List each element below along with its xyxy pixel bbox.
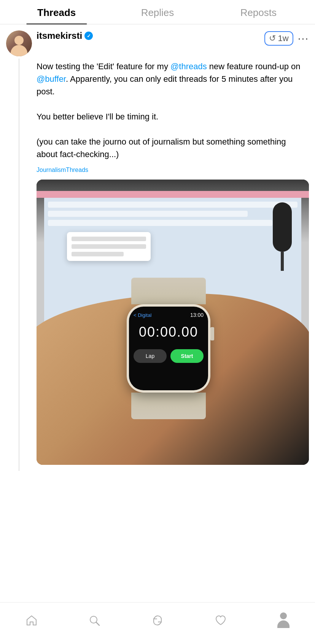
timestamp: 1w: [278, 33, 289, 43]
search-icon: [88, 614, 100, 627]
nav-favorites[interactable]: [205, 609, 236, 632]
nav-activity[interactable]: [142, 609, 173, 632]
person-icon: [277, 612, 290, 628]
post-body-row: Now testing the 'Edit' feature for my @t…: [6, 59, 309, 471]
hashtag[interactable]: JournalismThreads: [37, 167, 88, 173]
tab-replies[interactable]: Replies: [107, 0, 208, 24]
watch-start-button[interactable]: Start: [170, 349, 204, 363]
mention-threads[interactable]: @threads: [170, 62, 207, 71]
watch-current-time: 13:00: [190, 312, 204, 318]
watch-crown: [210, 327, 214, 340]
watch-scene: < Digital 13:00 00:00.00 Lap Start: [37, 180, 309, 465]
monitor-row-2: [48, 211, 248, 217]
tabs-bar: Threads Replies Reposts: [0, 0, 315, 24]
watch-back-button[interactable]: < Digital: [134, 312, 151, 318]
post-content: Now testing the 'Edit' feature for my @t…: [37, 59, 309, 471]
nav-home[interactable]: [16, 609, 47, 632]
post-header: itsmekirsti ↺ 1w ···: [6, 30, 309, 56]
post-text: Now testing the 'Edit' feature for my @t…: [37, 60, 309, 161]
post-image: < Digital 13:00 00:00.00 Lap Start: [37, 180, 309, 465]
apple-watch: < Digital 13:00 00:00.00 Lap Start: [127, 278, 210, 419]
verified-icon: [84, 32, 93, 40]
avatar[interactable]: [6, 30, 32, 56]
nav-search[interactable]: [79, 609, 110, 632]
popup-row-3: [72, 252, 124, 256]
watch-timer-value: 00:00.00: [134, 324, 204, 340]
activity-icon: [151, 614, 164, 627]
watch-timer-display: 00:00.00: [134, 320, 204, 346]
mention-buffer[interactable]: @buffer: [37, 74, 66, 84]
watch-screen: < Digital 13:00 00:00.00 Lap Start: [129, 307, 208, 390]
watch-top-bar: < Digital 13:00: [134, 312, 204, 318]
username[interactable]: itsmekirsti: [37, 30, 82, 41]
watch-band-bottom: [131, 393, 206, 419]
post-meta: itsmekirsti: [37, 30, 260, 41]
svg-line-1: [96, 622, 99, 625]
popup-row-2: [72, 244, 146, 249]
watch-body: < Digital 13:00 00:00.00 Lap Start: [127, 304, 210, 393]
mic-stand: [281, 252, 284, 271]
watch-lap-button[interactable]: Lap: [134, 349, 167, 363]
nav-profile[interactable]: [268, 609, 299, 632]
popup-row-1: [72, 237, 146, 241]
watch-buttons-row: Lap Start: [134, 349, 204, 363]
more-options-button[interactable]: ···: [298, 32, 309, 45]
mic-body: [273, 202, 292, 252]
timestamp-box[interactable]: ↺ 1w: [264, 31, 293, 46]
tab-reposts[interactable]: Reposts: [208, 0, 309, 24]
post-right: ↺ 1w ···: [264, 31, 309, 46]
heart-icon: [215, 614, 227, 627]
monitor-row-3: [48, 220, 272, 226]
monitor-row-1: [48, 202, 298, 208]
tab-threads[interactable]: Threads: [6, 0, 107, 24]
thread-line: [19, 59, 19, 471]
microphone: [267, 195, 298, 271]
clock-icon: ↺: [269, 33, 276, 43]
thread-line-col: [6, 59, 32, 471]
bottom-nav: [0, 602, 315, 644]
home-icon: [25, 614, 38, 627]
username-row: itsmekirsti: [37, 30, 260, 41]
post-container: itsmekirsti ↺ 1w ··· Now testing the 'Ed…: [0, 24, 315, 471]
monitor-popup: [67, 232, 151, 261]
watch-band-top: [131, 278, 206, 304]
